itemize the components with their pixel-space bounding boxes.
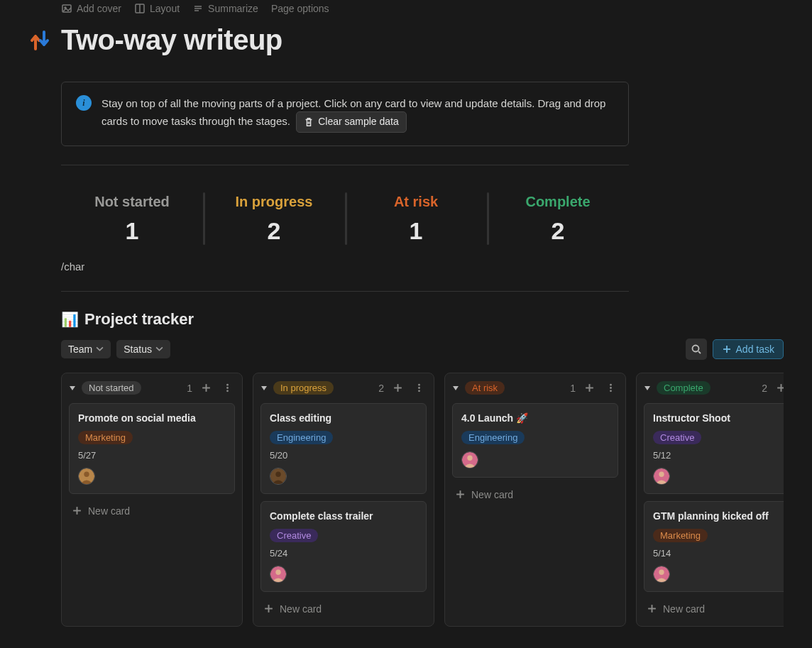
search-icon <box>691 344 702 355</box>
page-options-button[interactable]: Page options <box>271 3 329 14</box>
card-title: Complete class trailer <box>270 510 417 522</box>
svg-point-13 <box>226 384 229 386</box>
collapse-icon[interactable] <box>69 385 76 392</box>
tag-engineering: Engineering <box>270 431 333 444</box>
column-count: 1 <box>570 383 576 394</box>
info-callout: i Stay on top of all the moving parts of… <box>61 82 629 146</box>
stat-at-risk[interactable]: At risk 1 <box>345 187 487 259</box>
column-menu-button[interactable] <box>219 380 235 396</box>
add-task-button[interactable]: Add task <box>713 339 784 359</box>
divider <box>61 165 629 165</box>
add-cover-label: Add cover <box>77 3 121 14</box>
stats-row: Not started 1In progress 2At risk 1Compl… <box>61 187 629 259</box>
plus-icon <box>263 603 274 614</box>
stat-label: Complete <box>490 194 626 210</box>
task-card[interactable]: Promote on social media Marketing 5/27 <box>69 403 235 494</box>
summarize-button[interactable]: Summarize <box>192 3 258 14</box>
column-at-risk: At risk 1 4.0 Launch 🚀 Engineering New c… <box>444 373 626 627</box>
svg-point-28 <box>275 570 280 575</box>
tag-marketing: Marketing <box>653 529 708 542</box>
plus-icon <box>455 489 466 500</box>
task-card[interactable]: GTM planning kicked off Marketing 5/14 <box>644 501 784 592</box>
page-toolbar: Add cover Layout Summarize Page options <box>61 0 784 18</box>
clear-button-label: Clear sample data <box>318 114 399 130</box>
status-pill[interactable]: Complete <box>657 381 710 395</box>
avatar <box>78 468 95 485</box>
tracker-heading[interactable]: 📊 Project tracker <box>61 310 784 329</box>
page-options-label: Page options <box>271 3 329 14</box>
tracker-title: Project tracker <box>84 310 194 329</box>
column-count: 2 <box>762 383 767 394</box>
task-card[interactable]: Class editing Engineering 5/20 <box>260 403 427 494</box>
card-title: 4.0 Launch 🚀 <box>461 412 609 424</box>
new-card-button[interactable]: New card <box>69 501 235 521</box>
stat-value: 2 <box>206 217 342 245</box>
svg-point-26 <box>275 472 280 477</box>
plus-icon <box>72 505 82 516</box>
card-date: 5/20 <box>270 450 417 461</box>
plus-icon <box>722 344 732 354</box>
status-pill[interactable]: At risk <box>465 381 505 395</box>
svg-point-14 <box>226 388 229 390</box>
stat-label: At risk <box>348 194 484 210</box>
status-filter[interactable]: Status <box>116 340 170 358</box>
column-count: 1 <box>187 383 192 394</box>
status-pill[interactable]: Not started <box>82 381 141 395</box>
stat-value: 2 <box>490 217 626 245</box>
stat-not-started[interactable]: Not started 1 <box>61 187 203 259</box>
avatar <box>270 468 287 485</box>
status-filter-label: Status <box>124 344 152 355</box>
svg-point-22 <box>418 384 420 386</box>
stat-value: 1 <box>64 217 200 245</box>
slash-command-input[interactable]: /char <box>61 260 629 273</box>
new-card-button[interactable]: New card <box>644 599 784 619</box>
search-button[interactable] <box>686 339 707 360</box>
svg-point-24 <box>418 390 420 392</box>
column-menu-button[interactable] <box>603 380 618 396</box>
card-title: Instructor Shoot <box>653 412 784 424</box>
card-date: 5/24 <box>270 548 417 559</box>
add-card-button[interactable] <box>198 380 214 396</box>
task-card[interactable]: 4.0 Launch 🚀 Engineering <box>452 403 618 478</box>
add-card-button[interactable] <box>773 380 784 396</box>
avatar <box>653 566 670 583</box>
card-date: 5/12 <box>653 450 784 461</box>
new-card-button[interactable]: New card <box>452 485 618 505</box>
add-card-button[interactable] <box>390 380 405 396</box>
add-cover-button[interactable]: Add cover <box>61 3 121 14</box>
column-not-started: Not started 1 Promote on social media Ma… <box>61 373 243 627</box>
task-card[interactable]: Instructor Shoot Creative 5/12 <box>644 403 784 494</box>
svg-point-23 <box>418 388 420 390</box>
column-menu-button[interactable] <box>411 380 427 396</box>
clear-sample-data-button[interactable]: Clear sample data <box>296 111 407 133</box>
avatar <box>461 451 478 468</box>
svg-point-34 <box>610 388 612 390</box>
add-card-button[interactable] <box>581 380 597 396</box>
status-pill[interactable]: In progress <box>273 381 334 395</box>
collapse-icon[interactable] <box>260 385 268 392</box>
layout-icon <box>134 3 146 14</box>
collapse-icon[interactable] <box>452 385 459 392</box>
avatar <box>270 566 287 583</box>
layout-button[interactable]: Layout <box>134 3 180 14</box>
svg-point-48 <box>659 570 664 575</box>
svg-point-35 <box>610 390 612 392</box>
divider <box>61 291 629 292</box>
title-row: Two-way writeup <box>61 24 784 56</box>
plus-icon <box>647 603 657 614</box>
column-header: At risk 1 <box>452 380 618 396</box>
card-date: 5/14 <box>653 548 784 559</box>
task-card[interactable]: Complete class trailer Creative 5/24 <box>260 501 427 592</box>
kanban-board[interactable]: Not started 1 Promote on social media Ma… <box>61 373 784 632</box>
collapse-icon[interactable] <box>644 385 651 392</box>
team-filter[interactable]: Team <box>61 340 111 358</box>
card-title: Class editing <box>270 412 417 424</box>
new-card-button[interactable]: New card <box>260 599 427 619</box>
trash-icon <box>304 117 314 127</box>
stat-in-progress[interactable]: In progress 2 <box>203 187 345 259</box>
page-title[interactable]: Two-way writeup <box>61 24 282 56</box>
summarize-icon <box>192 3 204 14</box>
stat-complete[interactable]: Complete 2 <box>487 187 629 259</box>
card-date: 5/27 <box>78 450 226 461</box>
card-title: Promote on social media <box>78 412 226 424</box>
